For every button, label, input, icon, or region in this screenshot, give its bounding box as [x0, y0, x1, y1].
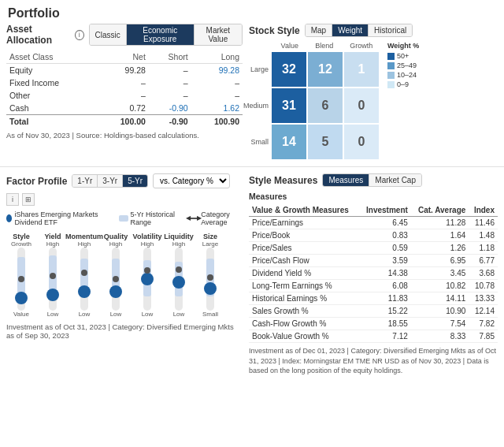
page-title: Portfolio [0, 0, 504, 24]
row-long: 99.28 [191, 64, 243, 77]
info-icon-factor[interactable]: i [6, 193, 19, 206]
table-row: Other – – – [6, 89, 243, 102]
measures-footnote: Investment as of Dec 01, 2023 | Category… [249, 346, 498, 376]
factor-label-style: Style [13, 233, 30, 240]
tab-weight[interactable]: Weight [332, 24, 369, 36]
row-header-small: Small [250, 138, 269, 146]
btn-5yr[interactable]: 5-Yr [123, 175, 147, 187]
btn-1yr[interactable]: 1-Yr [72, 175, 98, 187]
stock-style-tab-group: Map Weight Historical [305, 24, 413, 37]
legend-item-50plus: 50+ [397, 52, 409, 60]
factor-col-liquidity: Liquidity High Low [164, 233, 194, 318]
style-cell-0-1: 12 [307, 51, 343, 88]
asset-allocation-table: Asset Class Net Short Long Equity 99.28 … [6, 50, 243, 128]
tab-market-cap[interactable]: Market Cap [369, 174, 421, 186]
measures-col-investment: Investment [360, 204, 411, 217]
asset-allocation-title: Asset Allocation [6, 24, 70, 46]
style-matrix: 32 12 1 31 6 0 14 5 0 [271, 51, 380, 160]
tab-classic[interactable]: Classic [90, 24, 127, 45]
row-net: 0.72 [98, 102, 149, 115]
factor-label-size: Size [203, 233, 217, 240]
factor-col-yield: Yield High Low [38, 233, 68, 318]
style-cell-1-1: 6 [307, 88, 343, 124]
table-row: Cash 0.72 -0.90 1.62 [6, 102, 243, 115]
list-item: Dividend Yield %14.383.453.68 [249, 267, 498, 280]
measures-sub-title: Measures [249, 192, 498, 201]
list-item: Book-Value Growth %7.128.337.85 [249, 330, 498, 343]
row-long: 100.90 [191, 115, 243, 129]
measures-col-cat-avg: Cat. Average [411, 204, 469, 217]
style-cell-2-2: 0 [343, 124, 380, 160]
style-measures-title: Style Measures [249, 175, 317, 186]
row-class: Cash [6, 102, 98, 115]
factor-col-quality: Quality High Low [101, 233, 131, 318]
factor-col-volatility: Volatility High Low [132, 233, 162, 318]
factor-label-yield: Yield [44, 233, 61, 240]
row-short: – [149, 89, 191, 102]
style-cell-1-2: 0 [343, 88, 380, 124]
style-cell-2-1: 5 [307, 124, 343, 160]
tab-historical[interactable]: Historical [369, 24, 412, 36]
cat-legend-label: Category Average [201, 210, 243, 226]
tab-market-value[interactable]: Market Value [195, 24, 242, 45]
download-icon-factor[interactable]: ⊞ [22, 193, 35, 206]
row-net: – [98, 76, 149, 89]
list-item: Historical Earnings %11.8314.1113.33 [249, 292, 498, 305]
asset-allocation-footnote: As of Nov 30, 2023 | Source: Holdings-ba… [6, 131, 243, 140]
factor-profile-title: Factor Profile [6, 176, 67, 187]
tab-measures[interactable]: Measures [323, 174, 369, 186]
col-header-class: Asset Class [6, 50, 98, 64]
factor-col-size: Size Large Small [195, 233, 225, 318]
col-header-blend: Blend [315, 42, 333, 50]
row-header-large: Large [250, 65, 269, 73]
factor-footnote: Investment as of Oct 31, 2023 | Category… [6, 322, 243, 340]
measures-col-label: Value & Growth Measures [249, 204, 360, 217]
list-item: Price/Cash Flow3.596.956.77 [249, 255, 498, 267]
col-header-growth: Growth [350, 42, 372, 50]
legend-item-25-49: 25–49 [397, 61, 417, 69]
list-item: Price/Earnings6.4511.2811.46 [249, 217, 498, 229]
row-long: – [191, 76, 243, 89]
table-row: Equity 99.28 – 99.28 [6, 64, 243, 77]
style-cell-1-0: 31 [271, 88, 307, 124]
btn-3yr[interactable]: 3-Yr [98, 175, 123, 187]
row-net: 100.00 [98, 115, 149, 129]
factor-col-momentum: Momentum High Low [69, 233, 99, 318]
row-long: – [191, 89, 243, 102]
legend-item-10-24: 10–24 [397, 71, 417, 79]
style-cell-2-0: 14 [271, 124, 307, 160]
list-item: Cash-Flow Growth %18.557.547.82 [249, 318, 498, 330]
tab-economic-exposure[interactable]: Economic Exposure [127, 24, 195, 45]
legend-title: Weight % [387, 42, 419, 50]
row-class: Fixed Income [6, 76, 98, 89]
table-row-total: Total 100.00 -0.90 100.90 [6, 115, 243, 129]
asset-allocation-tab-group: Classic Economic Exposure Market Value [89, 24, 243, 46]
style-legend: Weight % 50+ 25–49 10–24 0–9 [387, 42, 419, 160]
factor-label-momentum: Momentum [65, 233, 103, 240]
factor-col-style: Style Growth Value [6, 233, 36, 318]
list-item: Sales Growth %15.2210.9012.14 [249, 305, 498, 318]
vs-category-select[interactable]: vs. Category % [153, 173, 230, 188]
range-legend-label: 5-Yr Historical Range [131, 210, 180, 226]
factor-label-liquidity: Liquidity [164, 233, 194, 240]
cat-legend-icon: ◀ ▶ [189, 218, 198, 219]
row-header-medium: Medium [243, 102, 269, 110]
row-long: 1.62 [191, 102, 243, 115]
tab-map[interactable]: Map [306, 24, 332, 36]
row-short: – [149, 76, 191, 89]
legend-item-0-9: 0–9 [397, 80, 409, 88]
factor-label-quality: Quality [104, 233, 128, 240]
row-short: – [149, 64, 191, 77]
factor-label-volatility: Volatility [133, 233, 162, 240]
row-class: Total [6, 115, 98, 129]
row-class: Equity [6, 64, 98, 77]
measures-tab-group: Measures Market Cap [322, 173, 422, 187]
range-legend-swatch [119, 215, 128, 222]
style-cell-0-0: 32 [271, 51, 307, 88]
fund-legend-label: iShares Emerging Markets Dividend ETF [14, 210, 109, 226]
col-header-value: Value [281, 42, 298, 50]
row-class: Other [6, 89, 98, 102]
asset-allocation-info-icon[interactable]: i [75, 30, 84, 40]
row-short: -0.90 [149, 102, 191, 115]
measures-table: Value & Growth Measures Investment Cat. … [249, 204, 498, 343]
